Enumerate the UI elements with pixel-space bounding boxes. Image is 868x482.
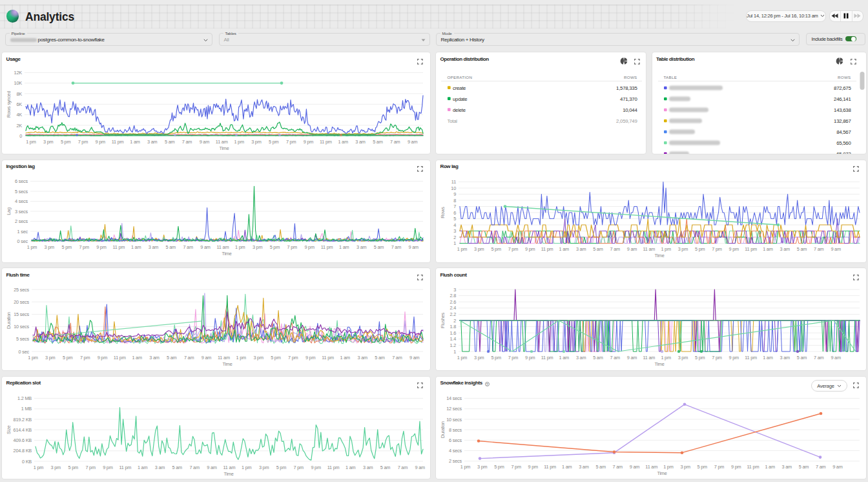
svg-text:7 pm: 7 pm xyxy=(287,244,297,250)
svg-text:9 pm: 9 pm xyxy=(729,246,739,252)
svg-text:1 pm: 1 pm xyxy=(663,464,674,470)
svg-text:14 secs: 14 secs xyxy=(446,395,462,401)
svg-text:2,059,749: 2,059,749 xyxy=(616,118,637,124)
svg-text:6K: 6K xyxy=(16,101,22,107)
svg-text:8K: 8K xyxy=(16,91,22,97)
svg-text:9 am: 9 am xyxy=(831,246,841,252)
svg-text:9 am: 9 am xyxy=(408,139,418,145)
svg-text:3 pm: 3 pm xyxy=(45,355,56,361)
svg-text:9 am: 9 am xyxy=(409,355,420,361)
svg-text:2: 2 xyxy=(453,318,456,324)
svg-text:3 am: 3 am xyxy=(576,355,586,361)
svg-text:11 am: 11 am xyxy=(217,244,229,250)
svg-text:7 pm: 7 pm xyxy=(508,355,519,361)
svg-text:2 secs: 2 secs xyxy=(449,458,462,464)
svg-text:9 pm: 9 pm xyxy=(304,244,315,250)
svg-text:9 pm: 9 pm xyxy=(103,464,113,470)
svg-text:Duration: Duration xyxy=(440,421,446,437)
svg-text:ROWS: ROWS xyxy=(624,75,637,79)
svg-text:3 secs: 3 secs xyxy=(15,208,28,214)
svg-text:7 am: 7 am xyxy=(398,464,408,470)
svg-text:819.2 KB: 819.2 KB xyxy=(14,416,32,422)
svg-text:4K: 4K xyxy=(16,112,22,118)
svg-text:create: create xyxy=(453,85,466,91)
svg-text:11 pm: 11 pm xyxy=(322,355,334,361)
svg-text:3 pm: 3 pm xyxy=(680,464,690,470)
svg-text:7 pm: 7 pm xyxy=(286,139,296,145)
svg-text:7 pm: 7 pm xyxy=(288,355,298,361)
svg-text:11 am: 11 am xyxy=(643,355,655,361)
svg-text:Size: Size xyxy=(6,425,12,434)
svg-text:10 secs: 10 secs xyxy=(14,324,29,330)
svg-text:2 secs: 2 secs xyxy=(15,218,28,224)
svg-text:20 secs: 20 secs xyxy=(14,299,29,305)
svg-text:9 am: 9 am xyxy=(831,355,841,361)
svg-text:10,044: 10,044 xyxy=(623,107,637,113)
svg-text:9 am: 9 am xyxy=(627,355,637,361)
svg-text:1 pm: 1 pm xyxy=(460,464,471,470)
svg-text:11 pm: 11 pm xyxy=(745,246,757,252)
svg-text:9 pm: 9 pm xyxy=(304,139,314,145)
svg-text:2.8: 2.8 xyxy=(450,293,456,299)
svg-text:1 sec: 1 sec xyxy=(17,228,28,234)
svg-text:5: 5 xyxy=(453,216,456,222)
svg-text:7 am: 7 am xyxy=(610,355,620,361)
svg-text:1 am: 1 am xyxy=(340,355,351,361)
svg-text:7 am: 7 am xyxy=(391,244,402,250)
svg-text:9 pm: 9 pm xyxy=(525,246,535,252)
svg-text:1,578,335: 1,578,335 xyxy=(616,85,637,91)
svg-text:65,073: 65,073 xyxy=(836,151,851,154)
svg-text:7 pm: 7 pm xyxy=(712,246,722,252)
svg-text:65,560: 65,560 xyxy=(836,140,851,146)
svg-text:5 pm: 5 pm xyxy=(270,244,280,250)
svg-text:1 pm: 1 pm xyxy=(457,246,468,252)
svg-text:9 pm: 9 pm xyxy=(731,464,741,470)
svg-text:ROWS: ROWS xyxy=(838,75,851,79)
svg-text:9 pm: 9 pm xyxy=(729,355,739,361)
svg-text:7 am: 7 am xyxy=(613,464,623,470)
svg-text:2.4: 2.4 xyxy=(450,305,456,311)
svg-text:5 pm: 5 pm xyxy=(61,244,72,250)
svg-text:9 am: 9 am xyxy=(200,139,210,145)
svg-text:1: 1 xyxy=(453,349,456,355)
svg-text:3 pm: 3 pm xyxy=(678,246,688,252)
svg-text:1 am: 1 am xyxy=(763,355,773,361)
svg-text:1 am: 1 am xyxy=(559,246,570,252)
svg-text:5 pm: 5 pm xyxy=(276,464,287,470)
svg-text:84,567: 84,567 xyxy=(836,129,851,135)
svg-text:5 am: 5 am xyxy=(380,464,391,470)
svg-text:614.4 KB: 614.4 KB xyxy=(14,426,32,432)
svg-text:Lag: Lag xyxy=(6,207,12,215)
svg-text:1 am: 1 am xyxy=(562,464,572,470)
svg-text:11 pm: 11 pm xyxy=(541,246,553,252)
svg-text:9 am: 9 am xyxy=(200,244,211,250)
svg-text:7 pm: 7 pm xyxy=(508,246,519,252)
svg-text:5 pm: 5 pm xyxy=(63,355,73,361)
svg-text:5 pm: 5 pm xyxy=(68,464,78,470)
svg-text:5 pm: 5 pm xyxy=(494,464,504,470)
svg-text:5 am: 5 am xyxy=(595,464,606,470)
svg-text:2.6: 2.6 xyxy=(450,299,456,305)
svg-text:0 sec: 0 sec xyxy=(19,349,30,355)
svg-text:1 pm: 1 pm xyxy=(236,355,246,361)
svg-text:7 am: 7 am xyxy=(182,139,192,145)
svg-text:4: 4 xyxy=(453,222,456,227)
svg-text:1 am: 1 am xyxy=(765,464,775,470)
svg-text:OPERATION: OPERATION xyxy=(448,75,473,79)
svg-text:3 am: 3 am xyxy=(149,355,160,361)
svg-text:7 pm: 7 pm xyxy=(712,355,722,361)
svg-text:3 pm: 3 pm xyxy=(474,246,484,252)
svg-text:5 am: 5 am xyxy=(172,464,183,470)
svg-text:5 pm: 5 pm xyxy=(271,355,281,361)
svg-text:11: 11 xyxy=(451,179,456,185)
svg-text:9 am: 9 am xyxy=(627,246,637,252)
svg-text:5 am: 5 am xyxy=(374,244,384,250)
svg-text:9 am: 9 am xyxy=(630,464,640,470)
svg-text:2K: 2K xyxy=(16,123,22,129)
svg-text:204.8 KB: 204.8 KB xyxy=(14,448,32,454)
svg-text:5 pm: 5 pm xyxy=(695,246,705,252)
svg-text:8 secs: 8 secs xyxy=(449,426,462,432)
svg-text:7 am: 7 am xyxy=(610,246,620,252)
svg-text:7 am: 7 am xyxy=(814,355,824,361)
svg-text:Time: Time xyxy=(654,253,664,258)
